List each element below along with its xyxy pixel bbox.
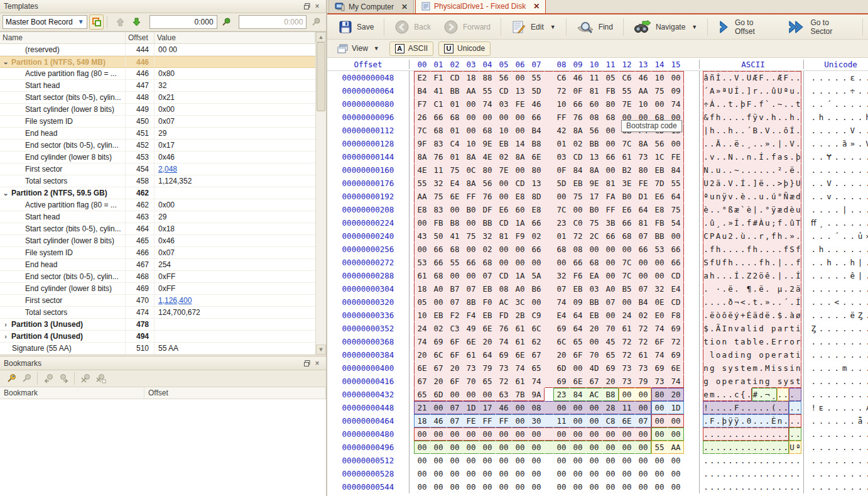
hex-byte-cell[interactable]: BB [586,295,602,309]
ascii-char-cell[interactable]: . [709,480,715,493]
hex-byte-cell[interactable]: 00 [414,480,430,493]
hex-byte-cell[interactable]: 00 [496,177,512,190]
ascii-char-cell[interactable]: $ [703,322,709,335]
ascii-char-cell[interactable]: » [789,229,795,243]
hex-byte-cell[interactable]: 67 [414,375,430,388]
ascii-char-cell[interactable]: è [740,190,746,203]
unicode-char-cell[interactable]: . [841,322,849,335]
ascii-char-cell[interactable]: . [752,97,758,111]
unicode-char-cell[interactable]: h [817,243,825,256]
hex-byte-cell[interactable]: 11 [553,414,570,427]
unicode-char-cell[interactable]: . [817,480,825,493]
hex-byte-cell[interactable]: 68 [602,111,619,124]
unicode-char-cell[interactable]: . [833,256,840,269]
scroll-up-icon[interactable]: ▲ [316,32,326,42]
ascii-char-cell[interactable]: . [758,454,764,467]
hex-byte-cell[interactable]: CD [570,150,586,163]
hex-byte-cell[interactable]: AA [635,84,651,97]
ascii-char-cell[interactable]: ë [727,282,734,295]
hex-byte-cell[interactable]: 4D [586,361,602,375]
tree-row[interactable]: Start head44732 [0,80,315,92]
hex-byte-cell[interactable]: C8 [602,414,619,427]
ascii-char-cell[interactable]: . [795,467,801,480]
ascii-char-cell[interactable]: . [752,163,758,177]
hex-byte-cell[interactable]: 00 [570,441,586,454]
unicode-char-cell[interactable]: . [817,256,825,269]
hex-byte-cell[interactable]: 00 [602,137,619,150]
unicode-char-cell[interactable]: . [833,427,840,441]
hex-byte-cell[interactable]: EB [586,309,602,322]
hex-byte-cell[interactable]: 45 [602,335,619,348]
unicode-char-cell[interactable]: . [825,322,833,335]
hex-byte-cell[interactable]: 03 [553,150,570,163]
unicode-char-cell[interactable]: . [864,84,868,97]
hex-byte-cell[interactable]: 23 [553,216,570,229]
ascii-char-cell[interactable]: . [703,427,709,441]
ascii-char-cell[interactable]: . [740,401,746,414]
hex-byte-cell[interactable]: 00 [496,427,512,441]
ascii-char-cell[interactable]: . [758,467,764,480]
ascii-char-cell[interactable]: . [715,388,722,401]
ascii-char-cell[interactable]: . [721,124,727,137]
ascii-char-cell[interactable]: ª [795,441,801,454]
ascii-char-cell[interactable]: t [746,375,752,388]
hex-byte-cell[interactable]: 66 [602,150,619,163]
hex-byte-cell[interactable]: 6E [668,361,684,375]
hex-byte-cell[interactable]: 00 [512,163,528,177]
ascii-char-cell[interactable]: . [771,124,777,137]
ascii-char-cell[interactable]: t [740,361,746,375]
ascii-char-cell[interactable]: . [764,282,771,295]
unicode-char-cell[interactable]: . [817,427,825,441]
hex-byte-cell[interactable]: E4 [447,177,463,190]
ascii-char-cell[interactable]: s [783,361,789,375]
hex-byte-cell[interactable]: 00 [570,467,586,480]
ascii-char-cell[interactable]: g [764,375,771,388]
hex-byte-cell[interactable]: 70 [586,348,602,361]
ascii-char-cell[interactable]: r [795,335,801,348]
ascii-char-cell[interactable]: . [703,480,709,493]
ascii-char-cell[interactable]: . [783,454,789,467]
next-item-button[interactable] [129,14,144,30]
hex-byte-cell[interactable]: 00 [586,441,602,454]
hex-byte-cell[interactable]: 1D [668,401,684,414]
float-icon[interactable] [302,2,312,11]
ascii-char-cell[interactable]: e [727,375,734,388]
unicode-char-cell[interactable]: . [817,375,825,388]
hex-byte-cell[interactable]: F1 [430,71,447,84]
ascii-char-cell[interactable]: . [746,256,752,269]
hex-byte-cell[interactable]: 6D [430,388,447,401]
unicode-char-cell[interactable]: . [825,203,833,216]
unicode-char-cell[interactable]: . [825,84,833,97]
hex-byte-cell[interactable]: 64 [570,309,586,322]
ascii-char-cell[interactable]: . [709,441,715,454]
hex-byte-cell[interactable]: FE [512,97,528,111]
unicode-char-cell[interactable]: . [833,480,840,493]
ascii-char-cell[interactable]: . [721,150,727,163]
hex-byte-cell[interactable]: EB [496,137,512,150]
hex-byte-cell[interactable]: 0F [553,163,570,177]
ascii-char-cell[interactable]: . [783,427,789,441]
unicode-char-cell[interactable]: . [825,124,833,137]
ascii-char-cell[interactable]: u [721,229,727,243]
ascii-char-cell[interactable]: ß [727,203,734,216]
ascii-char-cell[interactable]: . [727,269,734,282]
ascii-char-cell[interactable]: þ [721,414,727,427]
hex-byte-cell[interactable]: 81 [602,177,619,190]
unicode-char-cell[interactable]: . [810,375,817,388]
unicode-char-cell[interactable]: ﬀ [810,216,817,229]
ascii-char-cell[interactable]: f [758,97,764,111]
unicode-char-cell[interactable]: . [849,322,856,335]
ascii-char-cell[interactable]: ÿ [771,203,777,216]
hex-byte-cell[interactable]: 8A [635,137,651,150]
unicode-char-cell[interactable]: . [849,216,856,229]
ascii-char-cell[interactable]: F [783,71,789,84]
ascii-char-cell[interactable]: e [758,335,764,348]
ascii-char-cell[interactable]: . [752,282,758,295]
hex-byte-cell[interactable]: 00 [528,256,545,269]
ascii-char-cell[interactable]: . [740,256,746,269]
unicode-char-cell[interactable]: . [849,401,856,414]
ascii-toggle-button[interactable]: A ASCII [389,41,433,56]
hex-byte-cell[interactable]: 00 [668,427,684,441]
unicode-char-cell[interactable]: . [817,71,825,84]
ascii-char-cell[interactable]: . [734,256,740,269]
